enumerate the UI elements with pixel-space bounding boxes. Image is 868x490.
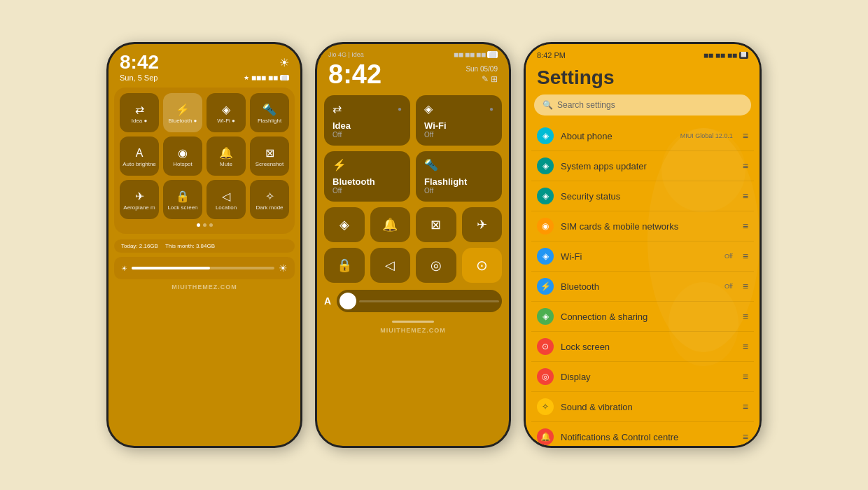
p1-tile-mute[interactable]: 🔔Mute — [206, 136, 246, 176]
p3-notif-icon: 🔔 — [537, 428, 554, 445]
p3-sound-menu[interactable]: ≡ — [743, 401, 748, 412]
location-icon: ◁ — [222, 190, 230, 203]
p2-display-icon: ◎ — [430, 258, 442, 273]
p1-tile-bluetooth[interactable]: ⚡Bluetooth ● — [163, 93, 202, 132]
p3-background: 8:42 PM ◼◼◼◼◼◼⬜ Settings 🔍 Search settin… — [526, 44, 760, 446]
p2-small-bell[interactable]: 🔔 — [370, 207, 411, 242]
p1-tile-lockscreen[interactable]: 🔒Lock screen — [163, 180, 202, 219]
p2-tile-bluetooth[interactable]: ⚡ BluetoothOff — [324, 151, 410, 202]
p1-tile-wifi[interactable]: ◈Wi-Fi ● — [206, 93, 246, 132]
p2-tile-flashlight[interactable]: 🔦 FlashlightOff — [416, 151, 502, 202]
p3-item-lockscreen[interactable]: ⊙ Lock screen ≡ — [531, 332, 754, 362]
p2-small-location[interactable]: ◁ — [370, 248, 411, 283]
p3-about-menu[interactable]: ≡ — [743, 130, 748, 141]
p2-small-screenshot[interactable]: ⊠ — [416, 207, 456, 242]
phone2: Jio 4G | Idea ◼◼◼◼◼◼⬜ 8:42 Sun 05/09 ✎ ⊞… — [315, 42, 511, 448]
p3-connection-menu[interactable]: ≡ — [743, 311, 748, 322]
p2-user-icon: ⊙ — [476, 257, 488, 274]
p1-dot-3 — [209, 223, 213, 227]
p3-bluetooth-badge: Off — [724, 283, 733, 290]
p3-settings-list: ◈ About phone MIUI Global 12.0.1 ≡ ◈ Sys… — [526, 121, 760, 446]
phone1: 8:42 ☀ Sun, 5 Sep ★◼◼◼◼◼⬜ ⇄Idea ● ⚡Bluet… — [106, 42, 302, 448]
p3-security-label: Security status — [561, 191, 736, 202]
p3-time: 8:42 PM — [537, 51, 566, 59]
p2-big-tiles: ⇄● IdeaOff ◈● Wi-FiOff ⚡ BluetoothOff 🔦 … — [317, 95, 509, 202]
p1-tile-hotspot[interactable]: ◉Hotspot — [163, 136, 202, 176]
p1-bright-max-icon: ☀ — [279, 262, 288, 274]
p3-status-icons: ◼◼◼◼◼◼⬜ — [704, 52, 748, 59]
p3-sim-menu[interactable]: ≡ — [743, 220, 748, 232]
p1-tile-idea[interactable]: ⇄Idea ● — [120, 93, 159, 132]
p2-bt-name: Bluetooth — [332, 176, 402, 187]
flashlight-icon: 🔦 — [262, 103, 276, 116]
p1-sun-icon: ☀ — [279, 56, 289, 69]
p3-sysapps-icon: ◈ — [537, 158, 554, 174]
p2-small-row2: 🔒 ◁ ◎ ⊙ — [317, 248, 509, 283]
p3-lockscreen-label: Lock screen — [561, 342, 736, 352]
p2-small-user[interactable]: ⊙ — [462, 248, 503, 283]
p1-tile-flashlight[interactable]: 🔦Flashlight — [250, 93, 289, 132]
p2-small-row1: ◈ 🔔 ⊠ ✈ — [317, 207, 509, 242]
p1-grid-section: ⇄Idea ● ⚡Bluetooth ● ◈Wi-Fi ● 🔦Flashligh… — [114, 88, 295, 234]
p2-small-wifi[interactable]: ◈ — [324, 207, 365, 242]
lockscreen-icon: 🔒 — [176, 190, 190, 203]
phones-container: 8:42 ☀ Sun, 5 Sep ★◼◼◼◼◼⬜ ⇄Idea ● ⚡Bluet… — [106, 42, 762, 448]
p2-tile-wifi[interactable]: ◈● Wi-FiOff — [416, 95, 502, 146]
p2-home-bar — [392, 321, 434, 323]
p2-date-col: Sun 05/09 ✎ ⊞ — [465, 65, 498, 84]
p1-tile-aeroplane[interactable]: ✈Aeroplane m — [120, 180, 159, 219]
p2-wifi-name: Wi-Fi — [424, 120, 493, 131]
p2-airplane-icon: ✈ — [477, 217, 487, 232]
p1-status-bar: 8:42 ☀ — [108, 44, 300, 74]
p2-bright-a: A — [324, 295, 331, 307]
p1-tile-location[interactable]: ◁Location — [206, 180, 246, 219]
p3-item-connection[interactable]: ◈ Connection & sharing ≡ — [531, 302, 754, 332]
p3-item-about[interactable]: ◈ About phone MIUI Global 12.0.1 ≡ — [531, 121, 754, 151]
p1-tile-screenshot[interactable]: ⊠Screenshot — [250, 136, 289, 176]
p2-time-row: 8:42 Sun 05/09 ✎ ⊞ — [317, 58, 509, 95]
p1-data-today: Today: 2.16GB — [121, 243, 158, 249]
p3-item-security[interactable]: ◈ Security status ≡ — [531, 181, 754, 211]
p2-small-airplane[interactable]: ✈ — [462, 207, 503, 242]
p1-time: 8:42 — [120, 51, 159, 74]
p1-data-bar: Today: 2.16GB This month: 3.84GB — [114, 239, 295, 253]
bluetooth-icon: ⚡ — [176, 103, 190, 116]
p3-item-bluetooth[interactable]: ⚡ Bluetooth Off ≡ — [531, 272, 754, 302]
p3-bluetooth-menu[interactable]: ≡ — [743, 281, 748, 292]
p3-wifi-menu[interactable]: ≡ — [743, 251, 748, 262]
p3-notif-menu[interactable]: ≡ — [743, 431, 748, 442]
p2-brightness-row[interactable]: A — [317, 290, 509, 312]
p3-display-label: Display — [561, 372, 736, 382]
p3-item-wifi[interactable]: ◈ Wi-Fi Off ≡ — [531, 241, 754, 272]
p2-tile-idea[interactable]: ⇄● IdeaOff — [324, 95, 410, 146]
p3-item-display[interactable]: ◎ Display ≡ — [531, 362, 754, 392]
p2-edit-icon[interactable]: ✎ ⊞ — [482, 74, 498, 84]
p2-small-display[interactable]: ◎ — [416, 248, 456, 283]
p3-sim-icon: ◉ — [537, 218, 554, 234]
p3-item-notifications[interactable]: 🔔 Notifications & Control centre ≡ — [531, 422, 754, 446]
p2-status-icons: ◼◼◼◼◼◼⬜ — [454, 51, 498, 58]
p1-tile-autobright[interactable]: AAuto brightne — [120, 136, 159, 176]
p2-idea-icon: ⇄ — [332, 102, 342, 115]
p3-wifi-label: Wi-Fi — [561, 251, 718, 262]
p2-bright-slider[interactable] — [337, 290, 502, 312]
p3-lockscreen-menu[interactable]: ≡ — [743, 341, 748, 352]
p3-lockscreen-icon: ⊙ — [537, 338, 554, 355]
p3-item-sim[interactable]: ◉ SIM cards & mobile networks ≡ — [531, 211, 754, 241]
p3-security-menu[interactable]: ≡ — [743, 190, 748, 202]
p2-idea-sub: Off — [332, 131, 402, 139]
p3-item-sysapps[interactable]: ◈ System apps updater ≡ — [531, 151, 754, 181]
p3-connection-label: Connection & sharing — [561, 312, 736, 322]
p3-search-bar[interactable]: 🔍 Search settings — [534, 94, 751, 115]
p3-display-menu[interactable]: ≡ — [743, 371, 748, 382]
p3-sysapps-menu[interactable]: ≡ — [743, 160, 748, 172]
p1-bright-track — [132, 267, 274, 270]
aeroplane-icon: ✈ — [135, 190, 144, 203]
p3-search-placeholder: Search settings — [557, 100, 615, 110]
p1-tile-darkmode[interactable]: ✧Dark mode — [250, 180, 289, 219]
p1-brightness-bar[interactable]: ☀ ☀ — [114, 257, 295, 279]
p3-item-sound[interactable]: ✧ Sound & vibration ≡ — [531, 392, 754, 422]
p2-screenshot-icon: ⊠ — [430, 217, 441, 232]
p3-wifi-badge: Off — [724, 253, 733, 260]
p2-small-lock[interactable]: 🔒 — [324, 248, 365, 283]
